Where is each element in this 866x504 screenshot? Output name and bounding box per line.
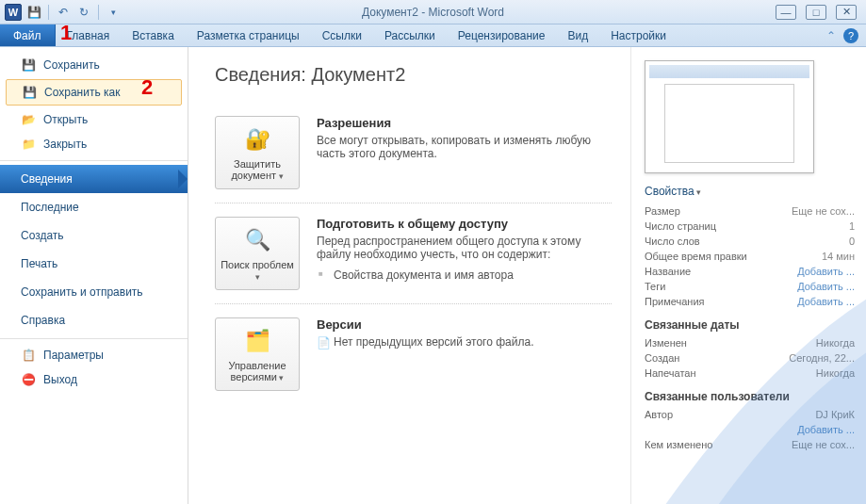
save-qat-icon[interactable]: 💾 [25,4,42,21]
save-as-icon: 💾 [22,85,37,100]
close-folder-icon: 📁 [21,137,36,152]
nav-save[interactable]: 💾Сохранить [0,53,188,77]
qat-separator [98,5,99,20]
nav-help[interactable]: Справка [0,306,188,334]
nav-label: Закрыть [43,138,87,151]
tab-file[interactable]: Файл [0,24,56,46]
quick-access-toolbar: W 💾 ↶ ↻ ▾ [0,4,122,21]
tab-mailings[interactable]: Рассылки [373,24,447,46]
nav-label: Выход [43,373,77,386]
prop-lastmod-val: Еще не сох... [792,439,855,450]
tab-insert[interactable]: Вставка [121,24,186,46]
document-thumbnail [645,60,814,173]
redo-icon[interactable]: ↻ [75,4,92,21]
title-bar: W 💾 ↶ ↻ ▾ Документ2 - Microsoft Word — □… [0,0,866,24]
maximize-button[interactable]: □ [806,5,826,20]
nav-new[interactable]: Создать [0,221,188,250]
button-label: Управление версиями [220,360,295,382]
section-versions: 🗂️ Управление версиями Версии 📄 Нет пред… [215,303,612,404]
protect-document-button[interactable]: 🔐 Защитить документ [215,116,300,189]
button-label: Поиск проблем [220,259,295,282]
help-icon[interactable]: ? [843,28,858,43]
tab-view[interactable]: Вид [556,24,599,46]
tab-references[interactable]: Ссылки [311,24,373,46]
backstage-view: 💾Сохранить 💾Сохранить как 📂Открыть 📁Закр… [0,47,866,504]
prop-printed-val: Никогда [816,367,855,379]
options-icon: 📋 [21,348,36,363]
nav-label: Сохранить как [44,86,120,99]
inspect-icon: 🔍 [242,225,272,255]
prop-words-key: Число слов [645,236,700,247]
prop-tags-val[interactable]: Добавить ... [797,281,855,292]
tab-page-layout[interactable]: Разметка страницы [186,24,311,46]
document-icon: 📄 [317,336,331,350]
prop-created-val: Сегодня, 22... [789,352,855,364]
prop-edit-key: Общее время правки [645,251,747,262]
nav-close[interactable]: 📁Закрыть [0,132,188,156]
nav-share[interactable]: Сохранить и отправить [0,278,188,306]
prop-created-key: Создан [645,352,679,364]
prop-modified-key: Изменен [645,337,687,349]
button-label: Защитить документ [220,158,295,181]
window-title: Документ2 - Microsoft Word [0,6,866,19]
nav-print[interactable]: Печать [0,250,188,278]
prepare-subitem: Свойства документа и имя автора [317,268,612,282]
prop-modified-val: Никогда [816,337,855,349]
prepare-title: Подготовить к общему доступу [317,217,612,231]
prop-size-val: Еще не сох... [792,205,855,217]
tab-home[interactable]: Главная [56,24,122,46]
nav-exit[interactable]: ⛔Выход [0,367,188,392]
prop-size-key: Размер [645,205,680,217]
prop-author-add[interactable]: Добавить ... [797,424,855,435]
undo-icon[interactable]: ↶ [55,4,72,21]
permissions-text: Все могут открывать, копировать и изменя… [317,134,612,160]
backstage-main: Сведения: Документ2 🔐 Защитить документ … [188,47,866,504]
prop-tags-key: Теги [645,281,665,292]
minimize-button[interactable]: — [776,5,796,20]
prop-edit-val: 14 мин [822,251,855,262]
section-body: Подготовить к общему доступу Перед распр… [317,217,612,290]
properties-header[interactable]: Свойства [645,185,855,198]
qat-dropdown-icon[interactable]: ▾ [105,4,122,21]
prop-notes-val[interactable]: Добавить ... [797,296,855,307]
lock-icon: 🔐 [242,124,272,154]
prop-title-val[interactable]: Добавить ... [797,266,855,277]
save-icon: 💾 [21,57,36,73]
related-people-heading: Связанные пользователи [645,390,855,403]
prop-words-val: 0 [849,236,855,247]
nav-label: Открыть [43,113,88,126]
qat-separator [48,5,49,20]
section-body: Разрешения Все могут открывать, копирова… [317,116,612,189]
ribbon-minimize-icon[interactable]: ⌃ [826,29,836,42]
window-controls: — □ ✕ [776,5,866,20]
open-folder-icon: 📂 [21,112,36,127]
nav-save-as[interactable]: 💾Сохранить как [6,79,182,106]
backstage-nav: 💾Сохранить 💾Сохранить как 📂Открыть 📁Закр… [0,47,188,504]
nav-separator [0,338,188,339]
tab-review[interactable]: Рецензирование [447,24,557,46]
prop-pages-key: Число страниц [645,220,716,232]
prepare-text: Перед распространением общего доступа к … [317,235,612,261]
prop-pages-val: 1 [849,220,855,232]
versions-title: Версии [317,317,612,332]
word-app-icon: W [5,4,22,21]
prop-author-key: Автор [645,409,673,420]
nav-info[interactable]: Сведения [0,165,188,193]
nav-options[interactable]: 📋Параметры [0,343,188,367]
versions-text: Нет предыдущих версий этого файла. [334,335,534,349]
nav-separator [0,160,188,161]
exit-icon: ⛔ [21,372,36,387]
nav-open[interactable]: 📂Открыть [0,107,188,132]
section-prepare: 🔍 Поиск проблем Подготовить к общему дос… [215,203,612,303]
prop-printed-key: Напечатан [645,367,695,379]
ribbon-tabs: Файл Главная Вставка Разметка страницы С… [0,24,866,47]
prop-lastmod-key: Кем изменено [645,439,712,450]
check-issues-button[interactable]: 🔍 Поиск проблем [215,217,300,290]
info-heading: Сведения: Документ2 [215,64,612,86]
manage-versions-button[interactable]: 🗂️ Управление версиями [215,317,300,391]
nav-recent[interactable]: Последние [0,193,188,221]
section-body: Версии 📄 Нет предыдущих версий этого фай… [317,317,612,391]
versions-icon: 🗂️ [242,326,272,356]
tab-settings[interactable]: Настройки [599,24,678,46]
close-button[interactable]: ✕ [836,5,857,20]
